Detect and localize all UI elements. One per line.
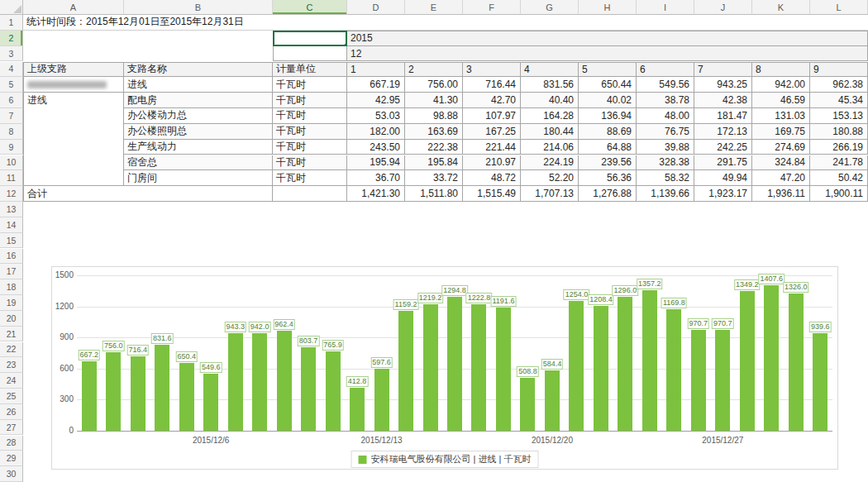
bar-day-23[interactable]: [618, 297, 632, 431]
bar-day-15[interactable]: [423, 304, 438, 431]
row-header-5[interactable]: 5: [0, 77, 23, 93]
cell-value[interactable]: 943.25: [694, 77, 752, 93]
cell-value[interactable]: 42.95: [347, 93, 405, 108]
cell-value[interactable]: 40.40: [521, 93, 579, 108]
cell-value[interactable]: 224.19: [521, 155, 579, 171]
cell-total-value[interactable]: 1,421.30: [347, 186, 405, 202]
cell-branch-name[interactable]: 配电房: [124, 93, 273, 108]
cell-value[interactable]: 45.34: [810, 93, 868, 108]
cell-value[interactable]: 39.88: [637, 140, 694, 155]
cell-value[interactable]: 242.25: [694, 140, 752, 155]
cell-branch-name[interactable]: 生产线动力: [124, 140, 273, 155]
bar-day-18[interactable]: [496, 308, 511, 431]
row-header-22[interactable]: 22: [0, 342, 23, 358]
bar-day-26[interactable]: [691, 330, 706, 431]
bar-day-6[interactable]: [203, 374, 218, 431]
cell-value[interactable]: 241.78: [810, 155, 868, 171]
cell-unit[interactable]: 千瓦时: [273, 170, 347, 186]
row-header-16[interactable]: 16: [0, 249, 23, 265]
cell-value[interactable]: 667.19: [347, 77, 405, 93]
cell-total-value[interactable]: 1,515.49: [463, 186, 521, 202]
header-parent-branch[interactable]: 上级支路: [23, 62, 124, 78]
cell-value[interactable]: 274.69: [752, 140, 810, 155]
cell-value[interactable]: 182.00: [347, 124, 405, 140]
cell-value[interactable]: 36.70: [347, 170, 405, 186]
cell-value[interactable]: 291.75: [694, 155, 752, 171]
row-header-1[interactable]: 1: [0, 15, 23, 31]
header-day-4[interactable]: 4: [521, 62, 579, 78]
fill-handle[interactable]: [344, 43, 347, 46]
header-day-8[interactable]: 8: [752, 62, 810, 78]
row-header-25[interactable]: 25: [0, 389, 23, 404]
cell-value[interactable]: 221.44: [463, 140, 521, 155]
header-branch-name[interactable]: 支路名称: [124, 62, 273, 78]
cell-month[interactable]: 12: [347, 46, 868, 62]
row-header-24[interactable]: 24: [0, 373, 23, 389]
cell-value[interactable]: 42.38: [694, 93, 752, 108]
column-header-C[interactable]: C: [273, 0, 347, 15]
cell-unit[interactable]: 千瓦时: [273, 77, 347, 93]
chart-legend[interactable]: 安科瑞电气股份有限公司 | 进线 | 千瓦时: [351, 451, 539, 468]
column-header-A[interactable]: A: [23, 0, 124, 15]
cell-value[interactable]: 181.47: [694, 108, 752, 124]
bar-day-7[interactable]: [228, 333, 243, 431]
bar-day-31[interactable]: [813, 333, 827, 431]
cell-unit[interactable]: 千瓦时: [273, 140, 347, 155]
bar-day-3[interactable]: [131, 356, 145, 431]
cell-value[interactable]: 831.56: [521, 77, 579, 93]
cell-value[interactable]: 42.70: [463, 93, 521, 108]
row-header-3[interactable]: 3: [0, 46, 23, 62]
column-header-B[interactable]: B: [124, 0, 273, 15]
cell-value[interactable]: 40.02: [579, 93, 637, 108]
bar-day-8[interactable]: [252, 333, 267, 431]
cell-value[interactable]: 167.25: [463, 124, 521, 140]
bar-day-28[interactable]: [740, 291, 755, 431]
cell-total-value[interactable]: 1,276.88: [579, 186, 637, 202]
row-header-18[interactable]: 18: [0, 279, 23, 295]
row-header-7[interactable]: 7: [0, 108, 23, 124]
cell-value[interactable]: 163.69: [405, 124, 463, 140]
cell-value[interactable]: 324.84: [752, 155, 810, 171]
cell-value[interactable]: 38.78: [637, 93, 694, 108]
cell-branch-name[interactable]: 办公楼动力总: [124, 108, 273, 124]
cell-value[interactable]: 243.50: [347, 140, 405, 155]
selected-cell-C2[interactable]: [273, 31, 347, 46]
cell-branch-name[interactable]: 宿舍总: [124, 155, 273, 171]
cell-value[interactable]: 239.56: [579, 155, 637, 171]
cell-total-label[interactable]: 合计: [23, 186, 273, 202]
column-header-L[interactable]: L: [810, 0, 868, 15]
cell-value[interactable]: 41.30: [405, 93, 463, 108]
cell-value[interactable]: 56.36: [579, 170, 637, 186]
cell-value[interactable]: 88.69: [579, 124, 637, 140]
bar-day-20[interactable]: [545, 370, 560, 431]
cell-unit[interactable]: 千瓦时: [273, 93, 347, 108]
row-header-19[interactable]: 19: [0, 295, 23, 311]
cell-C3-empty[interactable]: [273, 46, 347, 62]
cell-value[interactable]: 131.03: [752, 108, 810, 124]
row-header-23[interactable]: 23: [0, 357, 23, 373]
cell-value[interactable]: 98.88: [405, 108, 463, 124]
column-header-K[interactable]: K: [752, 0, 810, 15]
bar-day-24[interactable]: [642, 290, 657, 431]
column-header-I[interactable]: I: [637, 0, 694, 15]
column-header-D[interactable]: D: [347, 0, 405, 15]
row-header-15[interactable]: 15: [0, 233, 23, 249]
cell-value[interactable]: 76.75: [637, 124, 694, 140]
header-day-3[interactable]: 3: [463, 62, 521, 78]
cell-value[interactable]: 716.44: [463, 77, 521, 93]
column-header-E[interactable]: E: [405, 0, 463, 15]
column-header-F[interactable]: F: [463, 0, 521, 15]
cell-total-value[interactable]: 1,139.66: [637, 186, 694, 202]
header-day-9[interactable]: 9: [810, 62, 868, 78]
row-header-27[interactable]: 27: [0, 420, 23, 436]
cell-total-value[interactable]: 1,900.11: [810, 186, 868, 202]
bar-day-30[interactable]: [789, 293, 804, 431]
bar-day-22[interactable]: [594, 306, 608, 431]
cell-value[interactable]: 266.19: [810, 140, 868, 155]
sheet-grid[interactable]: 统计时间段：2015年12月01日至2015年12月31日201512上级支路支…: [23, 15, 868, 482]
row-header-6[interactable]: 6: [0, 93, 23, 108]
row-header-17[interactable]: 17: [0, 264, 23, 279]
row-header-2[interactable]: 2: [0, 31, 23, 46]
row-header-12[interactable]: 12: [0, 186, 23, 202]
cell-value[interactable]: 942.00: [752, 77, 810, 93]
